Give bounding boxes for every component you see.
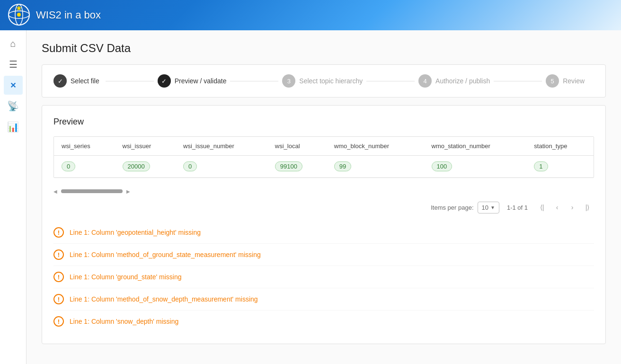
preview-title: Preview bbox=[53, 117, 594, 127]
table-row: 0 20000 0 99100 99 100 1 bbox=[54, 156, 594, 178]
sidebar: ⌂ ☰ ✕ 📡 📊 bbox=[0, 30, 27, 364]
warning-icon-4: ! bbox=[53, 294, 64, 304]
badge-wmo-block-number: 99 bbox=[334, 161, 351, 171]
step-3-label: Select topic hierarchy bbox=[299, 77, 363, 85]
step-2-label: Preview / validate bbox=[175, 77, 227, 85]
app-body: ⌂ ☰ ✕ 📡 📊 Submit CSV Data ✓ Select file bbox=[0, 30, 621, 364]
step-divider-3 bbox=[366, 81, 415, 81]
col-wsi-issuer: wsi_issuer bbox=[115, 137, 176, 156]
warnings-section: ! Line 1: Column 'geopotential_height' m… bbox=[53, 222, 594, 332]
scroll-left-arrow[interactable]: ◀ bbox=[53, 189, 57, 194]
header-logo bbox=[8, 3, 30, 27]
items-per-page-value: 10 bbox=[482, 204, 488, 211]
page-nav: ⟨| ‹ › |⟩ bbox=[535, 201, 594, 214]
scroll-row: ◀ ▶ bbox=[53, 186, 594, 197]
svg-point-3 bbox=[17, 13, 21, 17]
table-header-row: wsi_series wsi_issuer wsi_issue_number w… bbox=[54, 137, 594, 156]
stepper: ✓ Select file ✓ Preview / validate 3 Sel… bbox=[53, 74, 594, 88]
step-divider-1 bbox=[106, 81, 154, 81]
sidebar-item-data[interactable]: ✕ bbox=[4, 76, 23, 95]
cell-wsi-issuer: 20000 bbox=[115, 156, 176, 178]
cell-wsi-issue-number: 0 bbox=[176, 156, 267, 178]
step-5-circle: 5 bbox=[546, 74, 559, 88]
step-review[interactable]: 5 Review bbox=[546, 74, 594, 88]
badge-wsi-series: 0 bbox=[62, 161, 75, 171]
step-1-circle: ✓ bbox=[53, 74, 67, 88]
col-wsi-series: wsi_series bbox=[54, 137, 115, 156]
step-1-label: Select file bbox=[71, 77, 99, 85]
cell-wsi-local: 99100 bbox=[267, 156, 327, 178]
step-select-topic[interactable]: 3 Select topic hierarchy bbox=[282, 74, 363, 88]
warning-item-4: ! Line 1: Column 'method_of_snow_depth_m… bbox=[53, 288, 594, 311]
col-wmo-block-number: wmo_block_number bbox=[327, 137, 424, 156]
sidebar-item-stats[interactable]: 📊 bbox=[4, 117, 23, 136]
next-page-button[interactable]: › bbox=[566, 201, 579, 214]
items-per-page-label: Items per page: bbox=[431, 204, 473, 211]
cell-wmo-block-number: 99 bbox=[327, 156, 424, 178]
badge-wmo-station-number: 100 bbox=[432, 161, 452, 171]
prev-page-button[interactable]: ‹ bbox=[550, 201, 564, 214]
page-title: Submit CSV Data bbox=[42, 42, 606, 55]
header-title: WIS2 in a box bbox=[36, 9, 101, 21]
warning-text-2: Line 1: Column 'method_of_ground_state_m… bbox=[70, 251, 261, 258]
step-5-label: Review bbox=[563, 77, 585, 85]
broadcast-icon: 📡 bbox=[7, 100, 19, 112]
sidebar-item-menu[interactable]: ☰ bbox=[4, 55, 23, 74]
step-divider-2 bbox=[230, 81, 278, 81]
step-preview-validate[interactable]: ✓ Preview / validate bbox=[158, 74, 227, 88]
cell-wmo-station-number: 100 bbox=[424, 156, 527, 178]
col-wsi-local: wsi_local bbox=[267, 137, 327, 156]
cell-wsi-series: 0 bbox=[54, 156, 115, 178]
warning-icon-2: ! bbox=[53, 249, 64, 260]
col-wmo-station-number: wmo_station_number bbox=[424, 137, 527, 156]
app-header: WIS2 in a box bbox=[0, 0, 621, 30]
warning-text-5: Line 1: Column 'snow_depth' missing bbox=[70, 318, 178, 325]
preview-card: Preview wsi_series wsi_issuer wsi_issue_… bbox=[42, 105, 606, 344]
scroll-right-arrow[interactable]: ▶ bbox=[126, 189, 130, 194]
badge-wsi-issue-number: 0 bbox=[183, 161, 197, 171]
dropdown-chevron-icon: ▼ bbox=[490, 205, 495, 210]
warning-icon-5: ! bbox=[53, 316, 64, 327]
menu-icon: ☰ bbox=[9, 59, 18, 70]
sidebar-item-broadcast[interactable]: 📡 bbox=[4, 97, 23, 115]
badge-station-type: 1 bbox=[534, 161, 548, 171]
warning-text-1: Line 1: Column 'geopotential_height' mis… bbox=[70, 229, 201, 236]
badge-wsi-issuer: 20000 bbox=[123, 161, 150, 171]
sidebar-item-home[interactable]: ⌂ bbox=[4, 34, 23, 53]
data-table: wsi_series wsi_issuer wsi_issue_number w… bbox=[54, 137, 594, 178]
home-icon: ⌂ bbox=[10, 38, 16, 49]
step-4-label: Authorize / publish bbox=[435, 77, 490, 85]
step-select-file[interactable]: ✓ Select file bbox=[53, 74, 102, 88]
stepper-card: ✓ Select file ✓ Preview / validate 3 Sel… bbox=[42, 64, 606, 98]
step-divider-4 bbox=[494, 81, 542, 81]
step-authorize-publish[interactable]: 4 Authorize / publish bbox=[418, 74, 490, 88]
step-3-circle: 3 bbox=[282, 74, 295, 88]
stats-icon: 📊 bbox=[7, 121, 19, 133]
warning-text-4: Line 1: Column 'method_of_snow_depth_mea… bbox=[70, 295, 258, 303]
warning-text-3: Line 1: Column 'ground_state' missing bbox=[70, 273, 181, 281]
col-wsi-issue-number: wsi_issue_number bbox=[176, 137, 267, 156]
badge-wsi-local: 99100 bbox=[275, 161, 302, 171]
warning-item-2: ! Line 1: Column 'method_of_ground_state… bbox=[53, 244, 594, 266]
step-4-circle: 4 bbox=[418, 74, 432, 88]
main-content: Submit CSV Data ✓ Select file ✓ Preview … bbox=[27, 30, 621, 364]
items-per-page: Items per page: 10 ▼ bbox=[431, 202, 499, 213]
warning-item-5: ! Line 1: Column 'snow_depth' missing bbox=[53, 311, 594, 332]
col-station-type: station_type bbox=[526, 137, 594, 156]
items-per-page-select[interactable]: 10 ▼ bbox=[478, 202, 499, 213]
last-page-button[interactable]: |⟩ bbox=[581, 201, 594, 214]
cell-station-type: 1 bbox=[526, 156, 594, 178]
page-info: 1-1 of 1 bbox=[507, 204, 528, 211]
first-page-button[interactable]: ⟨| bbox=[535, 201, 549, 214]
warning-icon-1: ! bbox=[53, 227, 64, 238]
table-scroll-indicator bbox=[61, 189, 123, 193]
data-table-wrapper: wsi_series wsi_issuer wsi_issue_number w… bbox=[53, 136, 594, 178]
pagination-row: Items per page: 10 ▼ 1-1 of 1 ⟨| ‹ › |⟩ bbox=[53, 197, 594, 218]
step-2-circle: ✓ bbox=[158, 74, 171, 88]
warning-item-1: ! Line 1: Column 'geopotential_height' m… bbox=[53, 222, 594, 244]
warning-item-3: ! Line 1: Column 'ground_state' missing bbox=[53, 266, 594, 288]
warning-icon-3: ! bbox=[53, 272, 64, 282]
data-icon: ✕ bbox=[10, 81, 16, 90]
